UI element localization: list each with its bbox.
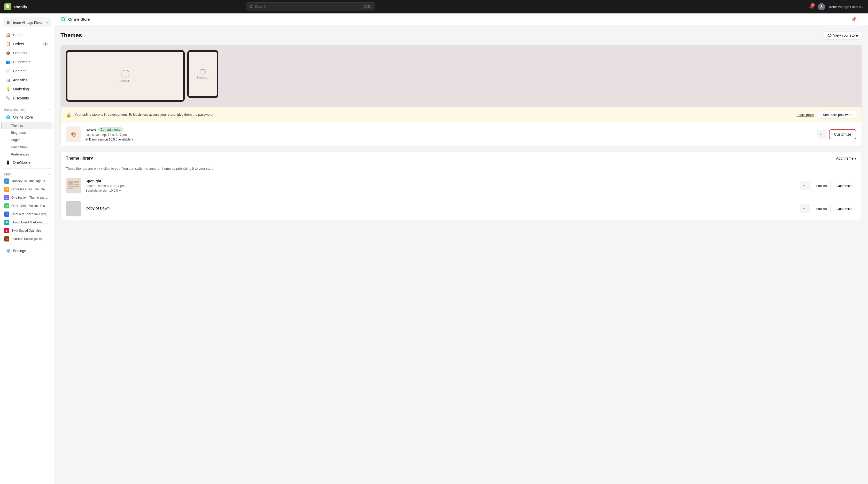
shopify-logo[interactable]: shopify (4, 3, 27, 10)
oneupsell-icon: U (4, 203, 9, 208)
theme-version-row: Dawn version 10.0.0 available ▾ (86, 138, 813, 141)
sidebar-item-marketing[interactable]: 💡 Marketing (2, 85, 53, 94)
copy-dawn-more-button[interactable]: ··· (800, 204, 810, 213)
sidebar-item-orders[interactable]: 📋 Orders 1 (2, 39, 53, 48)
app-label: OmniSell eBay Etsy Inte... (11, 188, 47, 191)
sidebar-app-transcy[interactable]: T Transcy: AI Language Tr... (0, 177, 54, 185)
spotlight-theme-thumbnail (66, 178, 82, 193)
spotlight-customize-button[interactable]: Customize (833, 181, 857, 190)
version-dot (86, 138, 88, 140)
online-store-page-icon: 🌐 (60, 17, 66, 22)
loading-text-mobile: Loading... (197, 76, 209, 79)
search-bar[interactable]: ⌘ K (246, 2, 375, 11)
customers-icon: 👥 (6, 60, 10, 64)
content-header: Themes View your store (60, 31, 862, 39)
spotlight-theme-details: Spotlight Added: Thursday at 1:17 pm Spo… (86, 179, 796, 192)
sidebar-subitem-blog-posts[interactable]: Blog posts (2, 129, 53, 136)
search-shortcut: ⌘ K (363, 4, 371, 9)
current-theme-last-saved: Last saved: Apr 14 at 3:17 pm (86, 133, 813, 137)
apps-expand-icon[interactable]: › (49, 172, 50, 176)
notifications-button[interactable]: 1 (809, 4, 814, 9)
search-input[interactable] (255, 5, 361, 9)
sub-item-label: Themes (11, 124, 23, 127)
expand-icon[interactable]: › (49, 108, 50, 111)
tablet-mockup: Loading... (66, 50, 185, 102)
library-theme-row-copy-dawn: Copy of Dawn ··· Publish Customize (61, 197, 862, 220)
copy-dawn-theme-actions: ··· Publish Customize (800, 204, 857, 213)
sidebar-item-label: Discounts (13, 96, 29, 100)
sub-item-label: Preferences (11, 152, 29, 156)
orders-badge: 1 (43, 42, 48, 46)
app-label: Transcy: AI Language Tr... (11, 179, 48, 183)
sidebar-app-onepixel[interactable]: P OnePixel Facebook Pixel,... (0, 210, 54, 218)
sidebar-item-products[interactable]: 📦 Products (2, 49, 53, 57)
sales-channels-section-title: Sales channels › (0, 106, 54, 112)
pin-button[interactable]: 📌 (851, 17, 857, 22)
page-title: Themes (60, 32, 82, 39)
sidebar-app-omnisell[interactable]: O OmniSell eBay Etsy Inte... (0, 185, 54, 193)
svg-rect-8 (68, 188, 73, 189)
current-theme-details: Dawn Current theme Last saved: Apr 14 at… (86, 127, 813, 141)
onesection-icon: 1 (4, 195, 9, 200)
omnisell-icon: O (4, 187, 9, 192)
sidebar-app-flowio[interactable]: F Flowio Email Marketing, ... (0, 218, 54, 226)
current-theme-thumbnail: 🎨 (66, 127, 82, 142)
sidebar-item-content[interactable]: 📄 Content (2, 67, 53, 75)
sidebar-app-swiftspeed[interactable]: S Swift Speed Optimize (0, 226, 54, 235)
spotlight-version: Spotlight version 10.0.0 (86, 189, 118, 192)
theme-preview-card: Loading... Loading... 🔒 Your online stor… (60, 45, 862, 147)
sidebar-divider-2 (3, 168, 51, 169)
sidebar-subitem-pages[interactable]: Pages (2, 136, 53, 143)
marketing-icon: 💡 (6, 87, 10, 91)
svg-rect-6 (74, 184, 79, 186)
top-nav-right: 1 Irene Vintage Picks A... (809, 3, 864, 10)
sidebar-item-home[interactable]: 🏠 Home (2, 30, 53, 39)
page-header-actions: 📌 ··· (851, 17, 862, 22)
app-label: Swift Speed Optimize (11, 229, 41, 232)
see-store-password-button[interactable]: See store password (819, 111, 857, 119)
learn-more-button[interactable]: Learn more (794, 111, 816, 119)
svg-point-3 (829, 35, 830, 36)
sidebar-subitem-preferences[interactable]: Preferences (2, 151, 53, 158)
transcy-icon: T (4, 179, 9, 184)
sidebar-item-analytics[interactable]: 📊 Analytics (2, 76, 53, 85)
sidebar-divider-1 (3, 104, 51, 104)
settings-label: Settings (13, 249, 26, 253)
spotlight-version-chevron: ▾ (119, 189, 121, 192)
sidebar-item-online-store[interactable]: 🌐 Online Store (2, 113, 53, 122)
sidebar-app-subbox[interactable]: S SubBox: Subscriptions (0, 235, 54, 243)
copy-dawn-theme-details: Copy of Dawn (86, 206, 796, 211)
app-layout: 🛍️ Irene Vintage Picks ▾ 🏠 Home 📋 Orders… (0, 13, 868, 484)
sidebar-item-onemobile[interactable]: 📱 OneMobile (2, 158, 53, 167)
copy-dawn-customize-button[interactable]: Customize (833, 204, 857, 213)
store-name-display[interactable]: Irene Vintage Picks A... (829, 5, 864, 9)
sidebar-app-onesection[interactable]: 1 OneSection: Theme sect... (0, 193, 54, 202)
sidebar-item-settings[interactable]: ⚙️ Settings (2, 247, 53, 255)
spotlight-more-button[interactable]: ··· (800, 181, 810, 190)
current-theme-customize-button[interactable]: Customize (829, 129, 857, 139)
copy-dawn-publish-button[interactable]: Publish (812, 204, 831, 213)
analytics-icon: 📊 (6, 78, 10, 83)
sidebar-subitem-navigation[interactable]: Navigation (2, 143, 53, 151)
spotlight-publish-button[interactable]: Publish (812, 181, 831, 190)
theme-name-row: Dawn Current theme (86, 127, 813, 132)
online-store-icon: 🌐 (6, 115, 10, 120)
theme-library-section: Theme library Add theme ▾ These themes a… (60, 152, 862, 220)
sidebar-subitem-themes[interactable]: Themes (2, 122, 53, 129)
sidebar-item-customers[interactable]: 👥 Customers (2, 58, 53, 66)
settings-icon: ⚙️ (6, 249, 10, 253)
chevron-down-icon: ▾ (46, 21, 48, 24)
theme-version-link[interactable]: Dawn version 10.0.0 available (89, 138, 130, 141)
products-icon: 📦 (6, 51, 10, 55)
current-theme-more-button[interactable]: ··· (817, 130, 827, 139)
header-more-button[interactable]: ··· (859, 17, 862, 22)
svg-rect-4 (68, 181, 73, 186)
search-icon (249, 5, 253, 8)
store-icon: 🛍️ (6, 20, 11, 25)
add-theme-button[interactable]: Add theme ▾ (836, 156, 857, 160)
view-store-button[interactable]: View your store (824, 31, 862, 39)
discounts-icon: 🏷️ (6, 96, 10, 100)
sidebar-app-oneupsell[interactable]: U OneUpSell - Volume Dis... (0, 202, 54, 210)
sidebar-item-discounts[interactable]: 🏷️ Discounts (2, 94, 53, 102)
store-selector[interactable]: 🛍️ Irene Vintage Picks ▾ (3, 18, 51, 27)
